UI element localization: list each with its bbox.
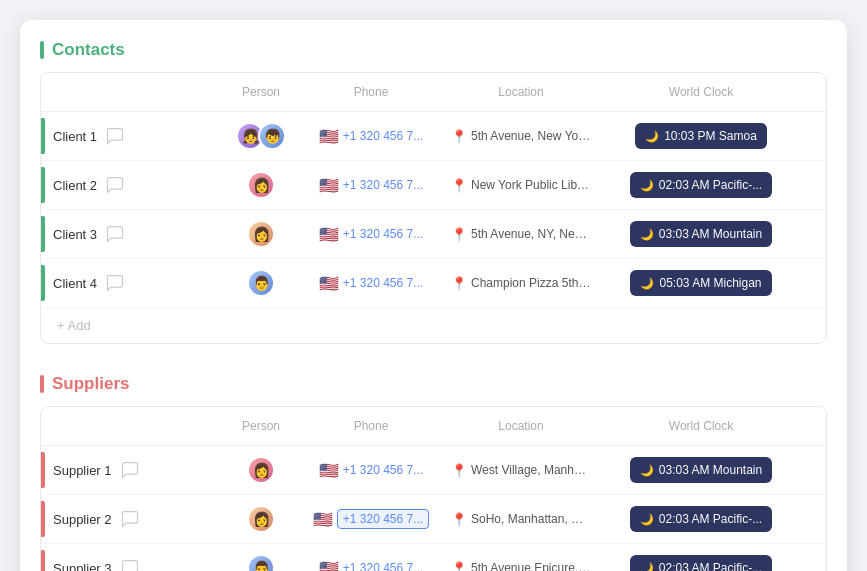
location-icon: 📍 bbox=[451, 129, 467, 144]
chat-icon[interactable] bbox=[120, 558, 140, 571]
suppliers-title: Suppliers bbox=[52, 374, 129, 394]
chat-icon[interactable] bbox=[105, 273, 125, 293]
col-clock: World Clock bbox=[601, 81, 801, 103]
row-name-cell: Client 2 bbox=[41, 167, 221, 203]
phone-number[interactable]: +1 320 456 7... bbox=[337, 509, 429, 529]
suppliers-header: Suppliers bbox=[40, 374, 827, 394]
flag-icon: 🇺🇸 bbox=[319, 274, 339, 293]
chat-icon[interactable] bbox=[120, 509, 140, 529]
location-text: SoHo, Manhattan, New ... bbox=[471, 512, 591, 526]
col-person: Person bbox=[221, 415, 301, 437]
col-phone: Phone bbox=[301, 415, 441, 437]
avatar-group: 👩 bbox=[247, 505, 275, 533]
contacts-title: Contacts bbox=[52, 40, 125, 60]
row-bar bbox=[41, 501, 45, 537]
col-location: Location bbox=[441, 81, 601, 103]
row-name-cell: Supplier 2 bbox=[41, 501, 221, 537]
clock-badge: 🌙 05:03 AM Michigan bbox=[630, 270, 771, 296]
phone-number[interactable]: +1 320 456 7... bbox=[343, 561, 423, 571]
moon-icon: 🌙 bbox=[640, 464, 654, 477]
col-name bbox=[41, 415, 221, 437]
row-bar bbox=[41, 216, 45, 252]
row-name-cell: Supplier 3 bbox=[41, 550, 221, 571]
person-cell: 👨 bbox=[221, 554, 301, 571]
clock-time: 02:03 AM Pacific-... bbox=[659, 178, 762, 192]
contacts-marker bbox=[40, 41, 44, 59]
clock-time: 02:03 AM Pacific-... bbox=[659, 561, 762, 571]
person-cell: 👩 bbox=[221, 456, 301, 484]
location-text: 5th Avenue, New York, N... bbox=[471, 129, 591, 143]
location-cell: 📍 SoHo, Manhattan, New ... bbox=[441, 512, 601, 527]
client-name: Client 4 bbox=[53, 276, 97, 291]
avatar: 👨 bbox=[247, 269, 275, 297]
clock-time: 03:03 AM Mountain bbox=[659, 463, 762, 477]
location-icon: 📍 bbox=[451, 463, 467, 478]
flag-icon: 🇺🇸 bbox=[313, 510, 333, 529]
location-text: Champion Pizza 5th Ave... bbox=[471, 276, 591, 290]
clock-cell: 🌙 03:03 AM Mountain bbox=[601, 221, 801, 247]
phone-number[interactable]: +1 320 456 7... bbox=[343, 178, 423, 192]
chat-icon[interactable] bbox=[105, 175, 125, 195]
col-phone: Phone bbox=[301, 81, 441, 103]
row-name-cell: Client 1 bbox=[41, 118, 221, 154]
location-text: West Village, Manhattan,... bbox=[471, 463, 591, 477]
col-name bbox=[41, 81, 221, 103]
avatar: 👩 bbox=[247, 220, 275, 248]
flag-icon: 🇺🇸 bbox=[319, 461, 339, 480]
row-bar bbox=[41, 550, 45, 571]
chat-icon[interactable] bbox=[105, 126, 125, 146]
chat-icon[interactable] bbox=[105, 224, 125, 244]
contacts-section: Contacts Person Phone Location World Clo… bbox=[40, 40, 827, 344]
clock-badge: 🌙 10:03 PM Samoa bbox=[635, 123, 767, 149]
person-cell: 👩 bbox=[221, 505, 301, 533]
phone-cell: 🇺🇸 +1 320 456 7... bbox=[301, 225, 441, 244]
flag-icon: 🇺🇸 bbox=[319, 176, 339, 195]
avatar-group: 👧 👦 bbox=[236, 122, 286, 150]
suppliers-table-header: Person Phone Location World Clock bbox=[41, 407, 826, 446]
col-clock: World Clock bbox=[601, 415, 801, 437]
clock-cell: 🌙 02:03 AM Pacific-... bbox=[601, 172, 801, 198]
location-text: 5th Avenue, NY, New Yor... bbox=[471, 227, 591, 241]
clock-time: 02:03 AM Pacific-... bbox=[659, 512, 762, 526]
contacts-table-header: Person Phone Location World Clock bbox=[41, 73, 826, 112]
location-cell: 📍 5th Avenue Epicure, East... bbox=[441, 561, 601, 572]
flag-icon: 🇺🇸 bbox=[319, 559, 339, 572]
row-bar bbox=[41, 265, 45, 301]
row-name-cell: Client 4 bbox=[41, 265, 221, 301]
moon-icon: 🌙 bbox=[640, 513, 654, 526]
add-contact-button[interactable]: + Add bbox=[41, 308, 826, 343]
phone-number[interactable]: +1 320 456 7... bbox=[343, 129, 423, 143]
phone-cell: 🇺🇸 +1 320 456 7... bbox=[301, 461, 441, 480]
location-cell: 📍 5th Avenue, NY, New Yor... bbox=[441, 227, 601, 242]
phone-number[interactable]: +1 320 456 7... bbox=[343, 276, 423, 290]
location-icon: 📍 bbox=[451, 276, 467, 291]
clock-cell: 🌙 02:03 AM Pacific-... bbox=[601, 506, 801, 532]
location-icon: 📍 bbox=[451, 512, 467, 527]
suppliers-marker bbox=[40, 375, 44, 393]
clock-cell: 🌙 10:03 PM Samoa bbox=[601, 123, 801, 149]
table-row: Client 4 👨 🇺🇸 +1 320 456 7... 📍 Champion… bbox=[41, 259, 826, 308]
avatar: 👩 bbox=[247, 456, 275, 484]
chat-icon[interactable] bbox=[120, 460, 140, 480]
clock-badge: 🌙 02:03 AM Pacific-... bbox=[630, 506, 772, 532]
location-text: New York Public Library ... bbox=[471, 178, 591, 192]
clock-badge: 🌙 02:03 AM Pacific-... bbox=[630, 555, 772, 571]
location-text: 5th Avenue Epicure, East... bbox=[471, 561, 591, 571]
avatar-group: 👨 bbox=[247, 554, 275, 571]
clock-time: 05:03 AM Michigan bbox=[659, 276, 761, 290]
person-cell: 👨 bbox=[221, 269, 301, 297]
phone-number[interactable]: +1 320 456 7... bbox=[343, 227, 423, 241]
phone-number[interactable]: +1 320 456 7... bbox=[343, 463, 423, 477]
avatar: 👨 bbox=[247, 554, 275, 571]
phone-cell: 🇺🇸 +1 320 456 7... bbox=[301, 127, 441, 146]
phone-cell: 🇺🇸 +1 320 456 7... bbox=[301, 274, 441, 293]
person-cell: 👩 bbox=[221, 220, 301, 248]
client-name: Client 2 bbox=[53, 178, 97, 193]
contacts-header: Contacts bbox=[40, 40, 827, 60]
clock-time: 03:03 AM Mountain bbox=[659, 227, 762, 241]
suppliers-section: Suppliers Person Phone Location World Cl… bbox=[40, 374, 827, 571]
row-name-cell: Supplier 1 bbox=[41, 452, 221, 488]
col-person: Person bbox=[221, 81, 301, 103]
clock-time: 10:03 PM Samoa bbox=[664, 129, 757, 143]
clock-cell: 🌙 05:03 AM Michigan bbox=[601, 270, 801, 296]
